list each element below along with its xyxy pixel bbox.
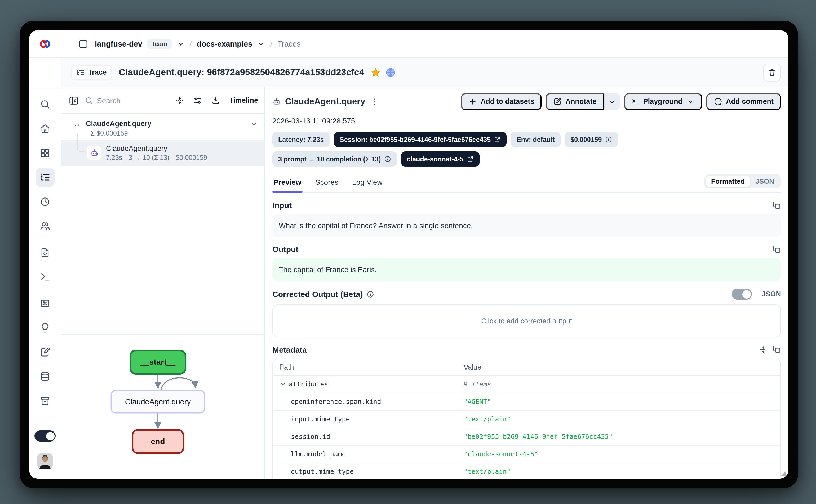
tree-root-item[interactable]: ↔ ClaudeAgent.query Σ $0.000159 [61, 114, 265, 140]
svg-text:ClaudeAgent.query: ClaudeAgent.query [125, 398, 191, 406]
copy-metadata-icon[interactable] [773, 345, 781, 354]
corrected-json-label: JSON [761, 290, 781, 298]
top-bar: langfuse-dev Team / docs-examples / Trac… [29, 30, 788, 58]
org-logo-knot-icon[interactable] [40, 38, 50, 49]
metadata-section-label: Metadata [272, 345, 307, 354]
org-plan-badge: Team [147, 39, 172, 48]
collapse-all-icon[interactable] [173, 93, 187, 107]
project-chevron-down-icon[interactable] [257, 39, 266, 48]
tree-search-input[interactable] [97, 96, 145, 105]
corrected-output-placeholder[interactable]: Click to add corrected output [272, 305, 781, 337]
tree-child-cost: $0.000159 [176, 154, 207, 161]
observation-tabs: Preview Scores Log View Formatted JSON [272, 174, 781, 193]
metadata-row-group[interactable]: attributes 9 items [273, 376, 781, 393]
delete-trace-button[interactable] [763, 63, 781, 81]
theme-toggle[interactable] [34, 430, 56, 442]
timeline-toggle-label[interactable]: Timeline [229, 96, 258, 104]
annotate-dropdown-chevron-icon[interactable] [604, 93, 620, 110]
svg-text:__start__: __start__ [140, 358, 175, 366]
app-window: langfuse-dev Team / docs-examples / Trac… [29, 30, 788, 479]
tab-scores[interactable]: Scores [314, 175, 339, 192]
home-icon[interactable] [35, 119, 55, 138]
metadata-col-value: Value [464, 363, 481, 371]
trace-title: ClaudeAgent.query: 96f872a9582504826774a… [119, 67, 364, 78]
more-actions-kebab-icon[interactable] [370, 97, 380, 106]
copy-output-icon[interactable] [773, 245, 781, 254]
search-icon[interactable] [35, 95, 55, 114]
sessions-clock-icon[interactable] [35, 192, 55, 211]
prompts-file-code-icon[interactable] [35, 243, 55, 262]
add-comment-button[interactable]: Add comment [706, 93, 781, 110]
datasets-database-icon[interactable] [35, 367, 55, 386]
metadata-row: session.id "be02f955-b269-4146-9fef-5fae… [273, 428, 781, 445]
agent-graph[interactable]: __start__ ClaudeAgent.query __end__ [61, 334, 265, 479]
window-frame: langfuse-dev Team / docs-examples / Trac… [20, 21, 798, 488]
breadcrumb-divider: / [190, 39, 192, 48]
metadata-row: openinference.span.kind "AGENT" [273, 393, 781, 411]
copy-input-icon[interactable] [773, 201, 781, 210]
tree-child-item-selected[interactable]: ClaudeAgent.query 7.23s 3 → 10 (Σ 13) $0… [61, 140, 265, 166]
format-option-json[interactable]: JSON [750, 176, 779, 187]
breadcrumb: langfuse-dev Team / docs-examples / Trac… [61, 37, 301, 51]
group-chevron-down-icon[interactable] [279, 381, 286, 388]
annotate-button[interactable]: Annotate [546, 93, 604, 110]
model-badge[interactable]: claude-sonnet-4-5 [401, 152, 479, 167]
graph-node-agent[interactable]: ClaudeAgent.query [111, 391, 205, 413]
observation-panel: ClaudeAgent.query Add to datasets [265, 87, 788, 479]
traces-icon[interactable] [35, 168, 55, 187]
breadcrumb-project[interactable]: docs-examples [197, 39, 253, 48]
user-avatar[interactable] [37, 453, 53, 469]
observation-bot-icon [272, 97, 281, 106]
metadata-col-path: Path [279, 363, 464, 371]
metadata-row: llm.model_name "claude-sonnet-4-5" [273, 445, 781, 463]
cost-badge[interactable]: $0.000159 [564, 132, 618, 147]
download-icon[interactable] [209, 93, 223, 107]
tree-root-name: ClaudeAgent.query [86, 120, 151, 128]
org-chevron-down-icon[interactable] [176, 39, 185, 48]
evaluation-percent-icon[interactable] [35, 294, 55, 313]
screenshot-stage: langfuse-dev Team / docs-examples / Trac… [0, 0, 816, 504]
format-option-formatted[interactable]: Formatted [706, 176, 750, 187]
input-content: What is the capital of France? Answer in… [272, 215, 781, 237]
annotations-clipboard-pen-icon[interactable] [35, 343, 55, 362]
tree-child-tokens: 3 → 10 (Σ 13) [128, 154, 169, 161]
trace-type-badge: Trace [71, 65, 112, 80]
favorite-star-icon[interactable] [371, 67, 381, 78]
collapse-panel-icon[interactable] [67, 93, 80, 107]
graph-node-end[interactable]: __end__ [132, 430, 183, 453]
tree-search [85, 96, 169, 105]
format-toggle: Formatted JSON [704, 174, 781, 189]
tree-collapse-chevron-icon[interactable] [250, 119, 258, 128]
dashboard-icon[interactable] [35, 143, 55, 163]
metadata-row: input.mime_type "text/plain" [273, 411, 781, 428]
metadata-table: Path Value attributes 9 items [272, 359, 781, 479]
models-archive-icon[interactable] [35, 391, 55, 410]
public-globe-icon[interactable] [385, 67, 396, 78]
svg-text:__end__: __end__ [142, 437, 174, 446]
breadcrumb-org[interactable]: langfuse-dev [95, 39, 142, 48]
tab-log-view[interactable]: Log View [351, 175, 384, 192]
agent-bot-icon [87, 146, 101, 160]
sidebar-toggle-icon[interactable] [76, 37, 90, 51]
playground-button[interactable]: >_ Playground [624, 93, 702, 110]
env-badge: Env: default [511, 132, 560, 147]
tab-preview[interactable]: Preview [272, 175, 303, 192]
tokens-badge[interactable]: 3 prompt → 10 completion (Σ 13) [272, 152, 397, 167]
metadata-header-row: Path Value [273, 359, 781, 376]
trace-tree: ↔ ClaudeAgent.query Σ $0.000159 [61, 114, 265, 334]
graph-node-start[interactable]: __start__ [130, 350, 185, 374]
tree-toolbar: Timeline [61, 87, 265, 114]
playground-terminal-icon[interactable] [35, 267, 55, 286]
insights-lightbulb-icon[interactable] [35, 318, 55, 337]
display-settings-icon[interactable] [191, 93, 205, 107]
tree-root-cost: Σ $0.000159 [91, 130, 258, 137]
users-icon[interactable] [35, 217, 55, 236]
corrected-json-toggle[interactable] [732, 289, 752, 300]
trace-header-bar: Trace ClaudeAgent.query: 96f872a95825048… [29, 58, 788, 87]
add-to-datasets-button[interactable]: Add to datasets [461, 93, 542, 110]
session-badge[interactable]: Session: be02f955-b269-4146-9fef-5fae676… [334, 132, 506, 147]
output-content: The capital of France is Paris. [272, 259, 781, 281]
tree-connector [77, 134, 85, 152]
expand-metadata-icon[interactable] [759, 345, 767, 353]
breadcrumb-page[interactable]: Traces [277, 39, 301, 48]
